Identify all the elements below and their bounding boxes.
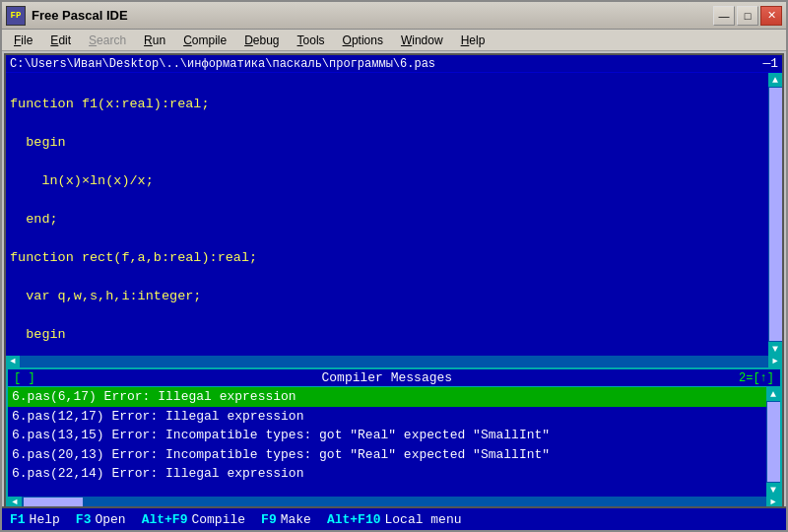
file-path: C:\Users\Иван\Desktop\..\информатика\пас… [10, 57, 435, 71]
code-editor[interactable]: function f1(x:real):real; begin ln(x)×ln… [6, 73, 768, 356]
menu-file[interactable]: File [6, 32, 40, 49]
compiler-vertical-scrollbar[interactable]: ▲ ▼ [766, 387, 780, 497]
menu-edit[interactable]: Edit [42, 32, 79, 49]
compiler-panel-right-indicator: 2=[↑] [739, 371, 774, 385]
status-compile: Alt+F9 Compile [142, 512, 245, 527]
code-line: function f1(x:real):real; [10, 95, 764, 114]
menu-tools[interactable]: Tools [290, 32, 333, 49]
compiler-panel: [ ] Compiler Messages 2=[↑] 6.pas(6,17) … [6, 367, 782, 510]
code-line: ln(x)×ln(x)/x; [10, 171, 764, 191]
compiler-message[interactable]: 6.pas(20,13) Error: Incompatible types: … [8, 445, 766, 465]
status-open: F3 Open [76, 512, 126, 527]
compiler-message[interactable]: 6.pas(22,14) Error: Illegal expression [8, 464, 766, 484]
compiler-messages-list: 6.pas(6,17) Error: Illegal expression 6.… [8, 387, 766, 497]
compiler-panel-left-indicator: [ ] [14, 371, 35, 385]
code-line: end; [10, 210, 764, 230]
app-icon: FP [6, 6, 26, 26]
code-line: begin [10, 325, 764, 345]
code-line: function rect(f,a,b:real):real; [10, 248, 764, 268]
menu-debug[interactable]: Debug [236, 32, 287, 49]
line-indicator: —1 [762, 56, 778, 71]
maximize-button[interactable]: □ [737, 6, 758, 26]
menu-options[interactable]: Options [335, 32, 391, 49]
code-line: begin [10, 133, 764, 153]
path-bar: C:\Users\Иван\Desktop\..\информатика\пас… [6, 55, 782, 73]
window-title: Free Pascal IDE [32, 8, 128, 23]
menu-run[interactable]: Run [136, 32, 173, 49]
code-vertical-scrollbar[interactable]: ▲ ▼ [768, 73, 782, 356]
status-local-menu: Alt+F10 Local menu [327, 512, 462, 527]
menu-compile[interactable]: Compile [175, 32, 234, 49]
minimize-button[interactable]: — [713, 6, 735, 26]
menu-search[interactable]: Search [81, 32, 134, 49]
menu-window[interactable]: Window [393, 32, 451, 49]
compiler-message[interactable]: 6.pas(12,17) Error: Illegal expression [8, 407, 766, 427]
compiler-panel-title: Compiler Messages [35, 370, 739, 385]
menu-bar: File Edit Search Run Compile Debug Tools… [2, 30, 786, 51]
compiler-message[interactable]: 6.pas(6,17) Error: Illegal expression [8, 387, 766, 407]
status-bar: F1 Help F3 Open Alt+F9 Compile F9 Make A… [2, 506, 786, 530]
status-make: F9 Make [261, 512, 311, 527]
code-horizontal-scrollbar[interactable]: ◄ ► [6, 356, 782, 367]
menu-help[interactable]: Help [453, 32, 493, 49]
close-button[interactable]: ✕ [760, 6, 782, 26]
compiler-title-bar: [ ] Compiler Messages 2=[↑] [8, 369, 780, 387]
compiler-message[interactable]: 6.pas(13,15) Error: Incompatible types: … [8, 426, 766, 445]
status-help: F1 Help [10, 512, 60, 527]
title-bar: FP Free Pascal IDE — □ ✕ [2, 2, 786, 30]
code-line: var q,w,s,h,i:integer; [10, 287, 764, 306]
